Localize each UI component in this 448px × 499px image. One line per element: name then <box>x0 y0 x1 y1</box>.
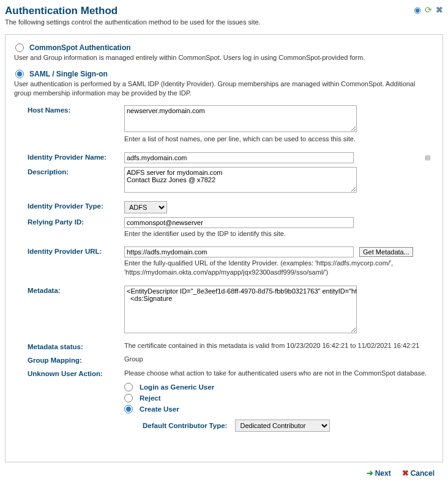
get-metadata-button[interactable]: Get Metadata... <box>359 247 413 257</box>
hostnames-help: Enter a list of host names, one per line… <box>124 135 434 144</box>
saml-radio[interactable] <box>15 70 24 78</box>
default-contrib-label: Default Contributor Type: <box>143 422 227 429</box>
idp-url-input[interactable] <box>124 246 354 257</box>
page-subtitle: The following settings control the authe… <box>5 18 443 26</box>
idp-name-input[interactable] <box>124 152 354 163</box>
commonspot-desc: User and Group information is managed en… <box>14 53 434 62</box>
group-mapping-label: Group Mapping: <box>14 355 124 364</box>
saml-label: SAML / Single Sign-on <box>29 70 108 78</box>
metadata-status-label: Metadata status: <box>14 342 124 350</box>
unknown-option-reject[interactable]: Reject <box>124 394 434 402</box>
next-button[interactable]: ➔ Next <box>367 468 391 478</box>
help-icon[interactable]: ◉ <box>414 5 421 15</box>
idp-name-label: Identity Provider Name: <box>14 152 124 161</box>
unknown-user-label: Unknown User Action: <box>14 369 124 377</box>
refresh-icon[interactable]: ⟳ <box>425 5 432 15</box>
generic-radio[interactable] <box>124 383 133 391</box>
next-label: Next <box>375 469 391 478</box>
metadata-status-value: The certificate contained in this metada… <box>124 342 434 349</box>
unknown-option-generic[interactable]: Login as Generic User <box>124 383 434 391</box>
hostnames-label: Host Names: <box>14 105 124 114</box>
reject-radio[interactable] <box>124 394 133 402</box>
header-icons: ◉ ⟳ ✖ <box>414 5 443 15</box>
rp-id-label: Relying Party ID: <box>14 217 124 226</box>
cancel-button[interactable]: ✖ Cancel <box>402 468 435 478</box>
content-panel: CommonSpot Authentication User and Group… <box>5 34 443 462</box>
auth-option-saml[interactable]: SAML / Single Sign-on <box>14 70 434 78</box>
idp-type-label: Identity Provider Type: <box>14 201 124 210</box>
input-icon: ▤ <box>425 154 430 161</box>
footer: ➔ Next ✖ Cancel <box>5 462 443 480</box>
group-mapping-value: Group <box>124 355 434 363</box>
close-icon[interactable]: ✖ <box>436 5 443 15</box>
metadata-input[interactable] <box>124 286 357 333</box>
unknown-option-create[interactable]: Create User <box>124 405 434 413</box>
commonspot-radio[interactable] <box>15 43 24 52</box>
default-contrib-select[interactable]: Dedicated Contributor <box>235 420 330 432</box>
saml-desc: User authentication is performed by a SA… <box>14 79 434 98</box>
description-input[interactable] <box>124 167 357 193</box>
hostnames-input[interactable] <box>124 105 357 132</box>
idp-type-select[interactable]: ADFS <box>124 201 167 213</box>
page-title: Authentication Method <box>5 5 118 17</box>
unknown-user-desc: Please choose what action to take for au… <box>124 369 434 378</box>
rp-id-help: Enter the identifier used by the IDP to … <box>124 229 434 238</box>
cancel-x-icon: ✖ <box>402 468 409 478</box>
metadata-label: Metadata: <box>14 286 124 294</box>
description-label: Description: <box>14 167 124 176</box>
idp-url-label: Identity Provider URL: <box>14 246 124 255</box>
auth-option-commonspot[interactable]: CommonSpot Authentication <box>14 43 434 52</box>
cancel-label: Cancel <box>411 469 435 478</box>
idp-url-help: Enter the fully-qualified URL of the Ide… <box>124 259 434 277</box>
generic-label: Login as Generic User <box>140 383 214 391</box>
rp-id-input[interactable] <box>124 217 354 228</box>
reject-label: Reject <box>140 394 161 402</box>
commonspot-label: CommonSpot Authentication <box>29 43 131 52</box>
arrow-right-icon: ➔ <box>367 468 373 478</box>
create-label: Create User <box>140 405 179 413</box>
create-radio[interactable] <box>124 405 133 413</box>
